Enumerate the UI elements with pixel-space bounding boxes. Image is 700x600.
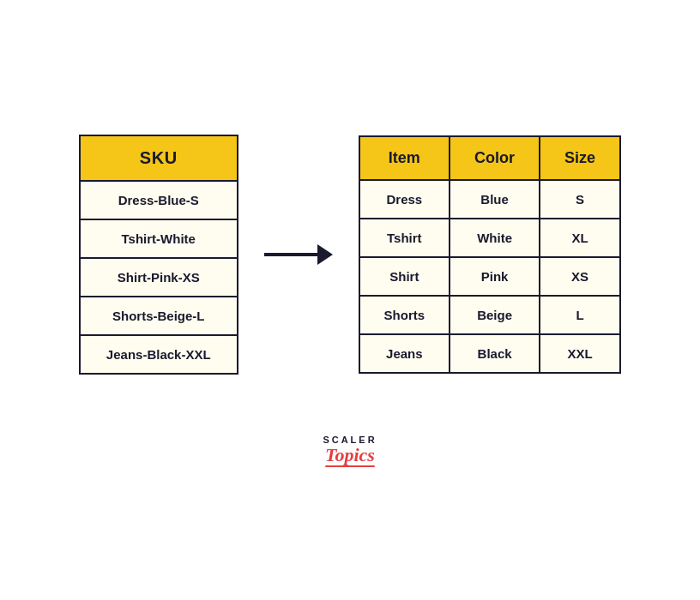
split-row: JeansBlackXXL <box>359 334 621 373</box>
sku-cell: Jeans-Black-XXL <box>80 335 238 374</box>
sku-row: Shirt-Pink-XS <box>80 258 238 297</box>
logo-topics-underline: Topics <box>325 445 375 465</box>
split-cell: Tshirt <box>359 219 450 257</box>
split-row: DressBlueS <box>359 180 621 219</box>
split-cell: XS <box>540 257 620 296</box>
arrow-head <box>317 244 333 265</box>
split-header-cell: Color <box>450 136 540 180</box>
arrow-line <box>264 253 317 256</box>
logo-container: SCALER Topics <box>323 435 377 465</box>
split-table: ItemColorSize DressBlueSTshirtWhiteXLShi… <box>359 135 622 374</box>
split-header-cell: Item <box>359 136 450 180</box>
sku-cell: Dress-Blue-S <box>80 181 238 219</box>
split-cell: S <box>540 180 620 219</box>
diagram-container: SKU Dress-Blue-STshirt-WhiteShirt-Pink-X… <box>79 135 621 375</box>
arrow-container <box>264 246 333 263</box>
sku-row: Dress-Blue-S <box>80 181 238 219</box>
split-cell: Black <box>450 334 540 373</box>
split-row: ShortsBeigeL <box>359 296 621 334</box>
sku-header: SKU <box>80 135 238 181</box>
split-cell: Jeans <box>359 334 450 373</box>
split-row: ShirtPinkXS <box>359 257 621 296</box>
arrow <box>264 246 333 263</box>
sku-cell: Shirt-Pink-XS <box>80 258 238 297</box>
logo-topics-text: Topics <box>325 445 375 465</box>
sku-row: Shorts-Beige-L <box>80 297 238 335</box>
split-row: TshirtWhiteXL <box>359 219 621 257</box>
split-cell: White <box>450 219 540 257</box>
split-cell: Shirt <box>359 257 450 296</box>
sku-row: Jeans-Black-XXL <box>80 335 238 374</box>
split-cell: XXL <box>540 334 620 373</box>
sku-cell: Shorts-Beige-L <box>80 297 238 335</box>
split-cell: Dress <box>359 180 450 219</box>
split-cell: Blue <box>450 180 540 219</box>
sku-table: SKU Dress-Blue-STshirt-WhiteShirt-Pink-X… <box>79 135 238 375</box>
split-cell: XL <box>540 219 620 257</box>
split-header-cell: Size <box>540 136 620 180</box>
sku-cell: Tshirt-White <box>80 219 238 258</box>
split-cell: Beige <box>450 296 540 334</box>
split-cell: L <box>540 296 620 334</box>
split-cell: Pink <box>450 257 540 296</box>
split-cell: Shorts <box>359 296 450 334</box>
sku-row: Tshirt-White <box>80 219 238 258</box>
